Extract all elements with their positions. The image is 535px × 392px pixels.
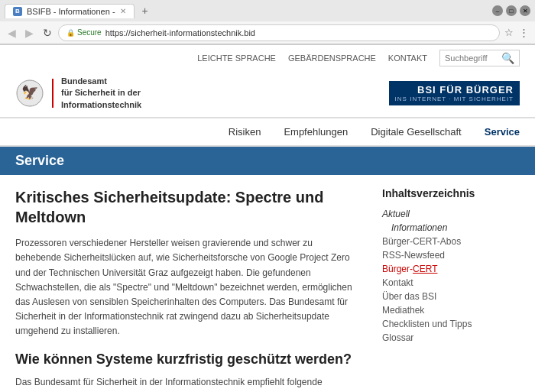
logo-row: 🦅 Bundesamt für Sicherheit in der Inform… <box>15 70 520 117</box>
nav-risiken[interactable]: Risiken <box>229 126 261 138</box>
address-bar: ◀ ▶ ↻ 🔒 Secure https://sicherheit-inform… <box>0 21 535 44</box>
nav-digitale-gesellschaft[interactable]: Digitale Gesellschaft <box>371 126 462 138</box>
search-button[interactable]: 🔍 <box>501 52 514 64</box>
secure-badge: 🔒 Secure <box>66 28 102 37</box>
main-content: Kritisches Sicherheitsupdate: Spectre un… <box>15 187 359 392</box>
top-header: LEICHTE SPRACHE GEBÄRDENSPRACHE KONTAKT … <box>0 45 535 118</box>
article-subtitle: Wie können Systeme kurzfristig geschützt… <box>15 351 359 368</box>
nav-empfehlungen[interactable]: Empfehlungen <box>284 126 348 138</box>
search-area: 🔍 <box>439 50 520 66</box>
main-nav: Risiken Empfehlungen Digitale Gesellscha… <box>0 118 535 147</box>
forward-button[interactable]: ▶ <box>22 25 37 40</box>
window-controls: – □ ✕ <box>492 5 530 16</box>
refresh-button[interactable]: ↻ <box>40 25 55 40</box>
toc-item-aktuell[interactable]: Aktuell <box>382 207 520 221</box>
title-bar: B BSIFB - Informationen - ✕ + – □ ✕ <box>0 0 535 21</box>
close-button[interactable]: ✕ <box>520 5 530 16</box>
toc-title: Inhaltsverzeichnis <box>382 187 520 199</box>
toc-item-kontakt[interactable]: Kontakt <box>382 276 520 290</box>
browser-tab[interactable]: B BSIFB - Informationen - ✕ <box>5 4 135 18</box>
svg-text:🦅: 🦅 <box>21 84 39 101</box>
toc-item-glossar[interactable]: Glossar <box>382 331 520 345</box>
logo-divider <box>52 79 54 108</box>
browser-actions: ☆ ⋮ <box>503 25 530 40</box>
url-text: https://sicherheit-informationstechnik.b… <box>105 28 255 37</box>
new-tab-button[interactable]: + <box>138 3 153 18</box>
tab-close-button[interactable]: ✕ <box>120 7 126 15</box>
page: LEICHTE SPRACHE GEBÄRDENSPRACHE KONTAKT … <box>0 45 535 392</box>
toc-item-checklisten[interactable]: Checklisten und Tipps <box>382 317 520 331</box>
sidebar: Inhaltsverzeichnis Aktuell Informationen… <box>382 187 520 392</box>
back-button[interactable]: ◀ <box>5 25 19 40</box>
nav-leichte-sprache[interactable]: LEICHTE SPRACHE <box>197 53 276 63</box>
content-area: Kritisches Sicherheitsupdate: Spectre un… <box>0 175 535 392</box>
eagle-logo: 🦅 <box>15 79 44 108</box>
menu-button[interactable]: ⋮ <box>517 25 530 40</box>
article-title: Kritisches Sicherheitsupdate: Spectre un… <box>15 187 359 227</box>
toc-item-mediathek[interactable]: Mediathek <box>382 303 520 317</box>
toc-item-informationen[interactable]: Informationen <box>382 221 520 235</box>
secure-label: Secure <box>77 28 102 37</box>
bsi-badge-title: BSI FÜR BÜRGER <box>395 84 514 96</box>
toc-item-rss[interactable]: RSS-Newsfeed <box>382 248 520 262</box>
search-input[interactable] <box>445 53 498 63</box>
url-bar[interactable]: 🔒 Secure https://sicherheit-informations… <box>58 24 500 41</box>
bsi-badge-sub: INS INTERNET · MIT SICHERHEIT <box>395 96 514 102</box>
logo-area: 🦅 Bundesamt für Sicherheit in der Inform… <box>15 76 141 111</box>
lock-icon: 🔒 <box>66 29 75 37</box>
toc-item-buerger-cert[interactable]: Bürger-CERT <box>382 262 520 276</box>
toc-item-cert-abos[interactable]: Bürger-CERT-Abos <box>382 235 520 248</box>
article-body: Prozessoren verschiedener Hersteller wei… <box>15 236 359 339</box>
maximize-button[interactable]: □ <box>506 5 517 16</box>
nav-service[interactable]: Service <box>485 126 520 138</box>
nav-gebaerdensprache[interactable]: GEBÄRDENSPRACHE <box>288 53 376 63</box>
nav-kontakt[interactable]: KONTAKT <box>388 53 427 63</box>
article-body2: Das Bundesamt für Sicherheit in der Info… <box>15 375 359 392</box>
bookmark-button[interactable]: ☆ <box>503 25 515 40</box>
bsi-badge: BSI FÜR BÜRGER INS INTERNET · MIT SICHER… <box>389 81 520 105</box>
org-name: Bundesamt für Sicherheit in der Informat… <box>61 76 141 111</box>
page-banner: Service <box>0 147 535 175</box>
tab-favicon: B <box>13 7 22 16</box>
toc-item-ueber-bsi[interactable]: Über das BSI <box>382 290 520 303</box>
top-nav-row: LEICHTE SPRACHE GEBÄRDENSPRACHE KONTAKT … <box>15 45 520 70</box>
page-banner-title: Service <box>15 153 520 169</box>
tab-title: BSIFB - Informationen - <box>27 7 115 16</box>
browser-chrome: B BSIFB - Informationen - ✕ + – □ ✕ ◀ ▶ … <box>0 0 535 45</box>
minimize-button[interactable]: – <box>492 5 503 16</box>
